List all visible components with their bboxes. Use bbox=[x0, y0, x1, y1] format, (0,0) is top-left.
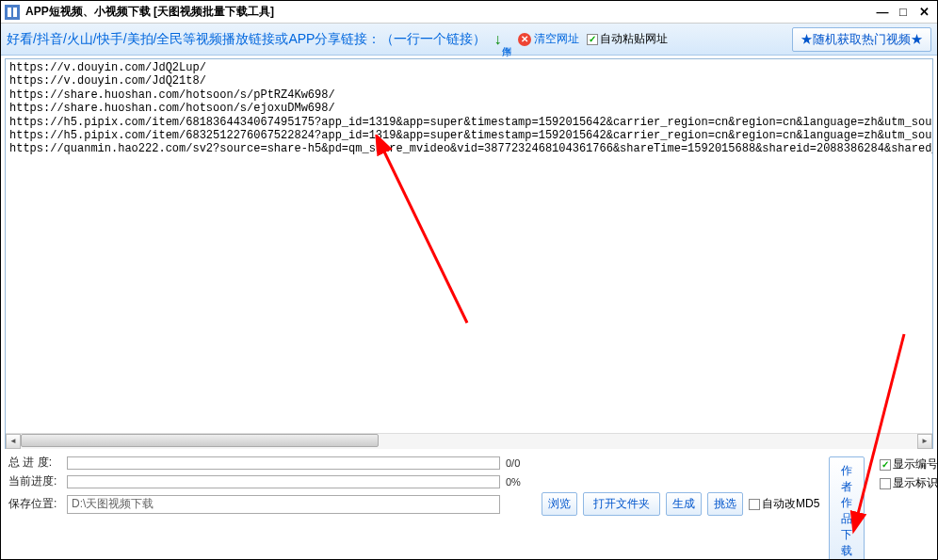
hint-text: 好看/抖音/火山/快手/美拍/全民等视频播放链接或APP分享链接：（一行一个链接… bbox=[7, 31, 486, 48]
total-progress-bar bbox=[67, 456, 500, 470]
total-progress-value: 0/0 bbox=[506, 457, 536, 469]
checkbox-icon bbox=[749, 499, 760, 510]
generate-button[interactable]: 生成 bbox=[666, 492, 702, 516]
sort-button[interactable]: ↓ 倒序 bbox=[493, 31, 510, 48]
save-location-label: 保存位置: bbox=[8, 496, 61, 512]
auto-md5-checkbox[interactable]: 自动改MD5 bbox=[749, 496, 819, 512]
current-progress-bar bbox=[67, 475, 500, 488]
minimize-button[interactable]: — bbox=[873, 5, 892, 20]
clear-urls-button[interactable]: ✕ 清空网址 bbox=[518, 31, 579, 47]
show-id-label: 显示标识码 bbox=[893, 475, 938, 491]
toolbar: 好看/抖音/火山/快手/美拍/全民等视频播放链接或APP分享链接：（一行一个链接… bbox=[1, 24, 937, 56]
scroll-left-button[interactable]: ◄ bbox=[6, 434, 21, 449]
window-title: APP短视频、小视频下载 [天图视频批量下载工具] bbox=[25, 4, 873, 20]
clear-label: 清空网址 bbox=[534, 31, 579, 47]
auto-paste-checkbox[interactable]: 自动粘贴网址 bbox=[587, 31, 668, 47]
auto-paste-label: 自动粘贴网址 bbox=[600, 31, 668, 47]
checkbox-icon bbox=[880, 459, 891, 471]
auto-md5-label: 自动改MD5 bbox=[762, 496, 819, 512]
show-index-checkbox[interactable]: 显示编号 bbox=[880, 456, 938, 472]
sort-arrow-icon: ↓ bbox=[493, 31, 501, 48]
app-icon bbox=[5, 5, 20, 20]
url-textarea[interactable] bbox=[6, 59, 932, 433]
author-works-button[interactable]: 作者作品下载 bbox=[829, 456, 865, 560]
current-progress-label: 当前进度: bbox=[8, 473, 61, 489]
total-progress-label: 总 进 度: bbox=[8, 455, 61, 471]
title-bar: APP短视频、小视频下载 [天图视频批量下载工具] — □ ✕ bbox=[1, 1, 937, 24]
horizontal-scrollbar[interactable]: ◄ ► bbox=[6, 433, 932, 448]
pick-button[interactable]: 挑选 bbox=[707, 492, 743, 516]
bottom-panel: 总 进 度: 0/0 当前进度: 0% 保存位置: 浏览 打开文件夹 生成 挑选… bbox=[1, 451, 937, 560]
scroll-track[interactable] bbox=[21, 434, 917, 449]
save-path-input[interactable] bbox=[67, 495, 500, 514]
checkbox-icon bbox=[880, 478, 891, 489]
browse-button[interactable]: 浏览 bbox=[542, 492, 577, 516]
scroll-thumb[interactable] bbox=[21, 434, 379, 447]
maximize-button[interactable]: □ bbox=[894, 5, 913, 20]
clear-icon: ✕ bbox=[518, 33, 531, 46]
current-progress-value: 0% bbox=[506, 476, 536, 488]
checkbox-icon bbox=[587, 34, 598, 45]
scroll-right-button[interactable]: ► bbox=[917, 434, 932, 449]
svg-rect-1 bbox=[13, 8, 17, 17]
url-input-area: ◄ ► bbox=[5, 58, 933, 449]
show-id-checkbox[interactable]: 显示标识码 bbox=[880, 475, 938, 491]
random-hot-video-button[interactable]: ★随机获取热门视频★ bbox=[792, 27, 931, 52]
close-button[interactable]: ✕ bbox=[914, 5, 933, 20]
svg-rect-0 bbox=[8, 8, 11, 17]
open-folder-button[interactable]: 打开文件夹 bbox=[583, 492, 660, 516]
show-index-label: 显示编号 bbox=[893, 456, 938, 472]
